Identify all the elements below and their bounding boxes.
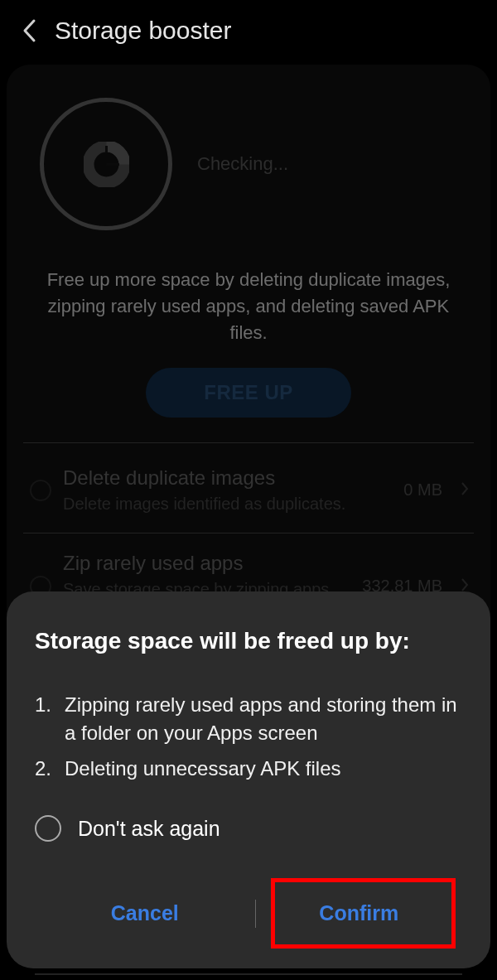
item-title: Zip rarely used apps xyxy=(63,552,350,575)
dialog-title: Storage space will be freed up by: xyxy=(35,628,462,654)
dialog-point: Zipping rarely used apps and storing the… xyxy=(35,691,462,749)
dont-ask-row[interactable]: Don't ask again xyxy=(35,815,462,842)
main-card: Checking... Free up more space by deleti… xyxy=(7,65,490,648)
bottom-divider xyxy=(35,973,462,975)
free-up-button[interactable]: FREE UP xyxy=(146,368,351,418)
dialog-actions: Cancel Confirm xyxy=(35,883,462,944)
back-icon[interactable] xyxy=(20,22,38,40)
page-title: Storage booster xyxy=(55,17,231,45)
svg-point-0 xyxy=(88,146,124,182)
radio-icon[interactable] xyxy=(35,815,61,842)
list-item-duplicates[interactable]: Delete duplicate images Delete images id… xyxy=(23,448,474,533)
dialog-points: Zipping rarely used apps and storing the… xyxy=(35,691,462,784)
progress-ring-icon xyxy=(40,98,172,230)
cancel-button[interactable]: Cancel xyxy=(35,883,255,944)
dont-ask-label: Don't ask again xyxy=(78,817,220,841)
chevron-right-icon xyxy=(461,481,469,500)
confirm-button[interactable]: Confirm xyxy=(256,883,463,944)
item-subtitle: Delete images identified as duplicates. xyxy=(63,493,392,514)
status-text: Checking... xyxy=(197,153,288,175)
divider xyxy=(23,442,474,443)
dialog-point: Deleting unnecessary APK files xyxy=(35,755,462,784)
status-row: Checking... xyxy=(23,98,474,230)
confirm-dialog: Storage space will be freed up by: Zippi… xyxy=(7,591,490,968)
item-title: Delete duplicate images xyxy=(63,466,392,490)
checkbox-icon[interactable] xyxy=(30,480,51,501)
app-header: Storage booster xyxy=(0,0,497,65)
description-text: Free up more space by deleting duplicate… xyxy=(23,230,474,368)
item-value: 0 MB xyxy=(403,480,442,500)
